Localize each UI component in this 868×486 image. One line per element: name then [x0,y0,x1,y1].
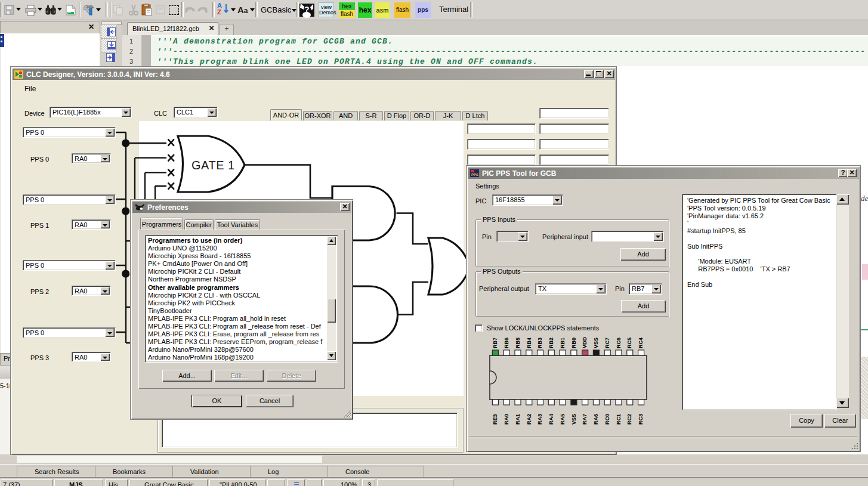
svg-text:RC4: RC4 [638,338,644,348]
svg-text:RB1: RB1 [560,338,566,348]
svg-text:RB3: RB3 [537,338,543,348]
svg-text:RC3: RC3 [638,414,644,425]
svg-text:VSS: VSS [571,414,577,425]
svg-text:RC0: RC0 [604,414,610,425]
svg-text:RA5: RA5 [560,414,566,425]
svg-text:RA4: RA4 [548,414,554,425]
svg-text:RA2: RA2 [526,414,532,425]
svg-text:RB6: RB6 [503,338,509,348]
svg-text:RB5: RB5 [515,338,521,348]
svg-text:RC1: RC1 [616,414,622,425]
svg-text:RE3: RE3 [492,414,498,425]
svg-text:RA6: RA6 [593,414,599,425]
svg-text:?: ? [304,5,310,14]
svg-text:RC7: RC7 [604,338,610,348]
svg-text:RB2: RB2 [548,338,554,348]
svg-text:RB7: RB7 [492,338,498,348]
svg-text:RC2: RC2 [626,414,632,425]
svg-text:RA7: RA7 [582,414,588,425]
svg-text:PPS: PPS [471,173,478,177]
svg-text:RB0: RB0 [571,338,577,348]
svg-text:VSS: VSS [593,338,599,348]
svg-text:RA3: RA3 [537,414,543,425]
svg-text:VDD: VDD [582,336,588,348]
svg-text:RC5: RC5 [626,338,632,348]
svg-text:GATE 1: GATE 1 [191,159,235,172]
svg-text:RA1: RA1 [515,414,521,425]
svg-text:RC6: RC6 [616,338,622,348]
svg-text:RA0: RA0 [503,414,509,425]
svg-text:RB4: RB4 [526,338,532,348]
